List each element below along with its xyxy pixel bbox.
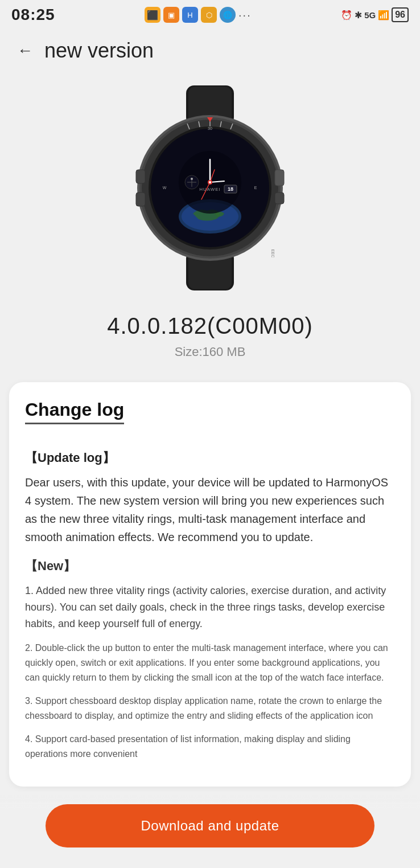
- svg-text:EEC: EEC: [271, 249, 275, 257]
- network-label: 5G: [364, 10, 376, 20]
- watch-image: HUAWEI 18 30 E W EEC EEC: [119, 85, 301, 290]
- changelog-item-4: 4. Support card-based presentation of li…: [25, 732, 395, 761]
- svg-point-23: [209, 181, 211, 183]
- svg-text:18: 18: [228, 186, 233, 192]
- version-number: 4.0.0.182(C00M00): [0, 313, 420, 339]
- svg-text:W: W: [163, 186, 167, 190]
- header-nav: ← new version: [0, 27, 420, 68]
- app-icon-2: ▣: [163, 7, 179, 23]
- changelog-card: Change log 【Update log】 Dear users, with…: [9, 382, 411, 787]
- changelog-item-2: 2. Double-click the up button to enter t…: [25, 641, 395, 685]
- status-bar: 08:25 ⬛ ▣ H ⬡ 🌐 ··· ⏰ ✱ 5G 📶 96: [0, 0, 420, 27]
- status-icons: ⬛ ▣ H ⬡ 🌐 ···: [145, 7, 252, 23]
- changelog-items: 1. Added new three vitality rings (activ…: [25, 583, 395, 761]
- download-update-button[interactable]: Download and update: [46, 804, 374, 847]
- app-icon-3: H: [182, 7, 198, 23]
- battery-indicator: 96: [392, 7, 409, 22]
- watch-image-container: HUAWEI 18 30 E W EEC EEC: [0, 68, 420, 302]
- app-icon-5: 🌐: [220, 7, 236, 23]
- svg-rect-31: [136, 170, 145, 183]
- changelog-item-1: 1. Added new three vitality rings (activ…: [25, 583, 395, 632]
- changelog-intro: Dear users, with this update, your devic…: [25, 473, 395, 546]
- download-btn-container: Download and update: [0, 795, 420, 868]
- status-right: ⏰ ✱ 5G 📶 96: [341, 7, 409, 22]
- svg-point-30: [191, 178, 193, 180]
- alarm-icon: ⏰: [341, 10, 352, 21]
- more-icon: ···: [238, 9, 252, 22]
- version-info: 4.0.0.182(C00M00) Size:160 MB: [0, 302, 420, 365]
- status-time: 08:25: [11, 6, 55, 24]
- version-size: Size:160 MB: [0, 345, 420, 359]
- update-log-title: 【Update log】: [25, 449, 395, 466]
- svg-text:E: E: [254, 186, 257, 190]
- page-title: new version: [44, 39, 154, 63]
- watch-svg: HUAWEI 18 30 E W EEC EEC: [119, 85, 301, 290]
- app-icon-4: ⬡: [201, 7, 217, 23]
- svg-rect-33: [275, 170, 284, 186]
- svg-text:HUAWEI: HUAWEI: [199, 187, 221, 192]
- app-icon-1: ⬛: [145, 7, 160, 23]
- new-section-title: 【New】: [25, 558, 395, 575]
- svg-text:30: 30: [208, 126, 212, 130]
- bluetooth-icon: ✱: [355, 10, 362, 21]
- changelog-title: Change log: [25, 399, 124, 424]
- battery-level: 96: [395, 10, 405, 19]
- svg-rect-32: [136, 193, 145, 206]
- svg-rect-34: [275, 193, 284, 204]
- changelog-item-3: 3. Support chessboard desktop display ap…: [25, 694, 395, 723]
- signal-icon: 📶: [378, 10, 389, 21]
- back-button[interactable]: ←: [17, 42, 33, 60]
